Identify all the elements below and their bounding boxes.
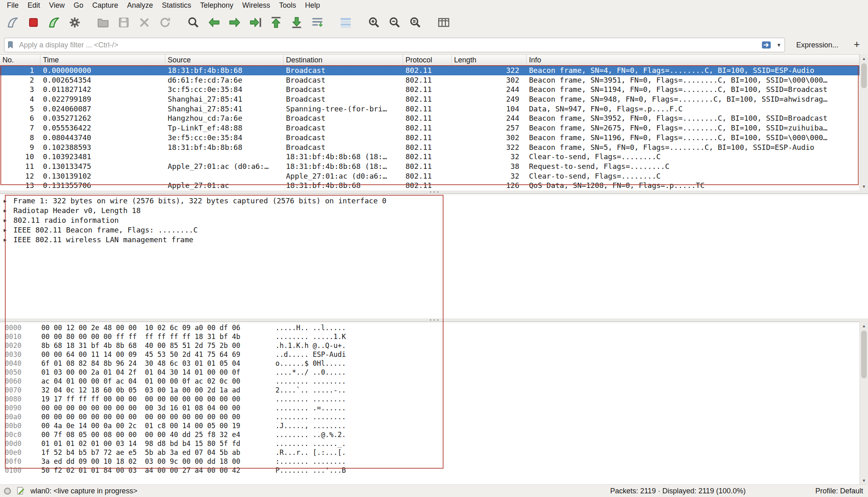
expert-info-icon[interactable] xyxy=(4,488,11,495)
bookmark-icon[interactable] xyxy=(7,41,16,49)
scroll-down-arrow-icon[interactable]: ▼ xyxy=(860,476,868,484)
menu-item-go[interactable]: Go xyxy=(69,0,88,11)
menu-item-help[interactable]: Help xyxy=(301,0,324,11)
zoom-normal-button[interactable] xyxy=(406,14,424,32)
scrollbar-thumb[interactable] xyxy=(861,63,867,88)
hex-row-0000[interactable]: 000000 00 12 00 2e 48 00 00 10 02 6c 09 … xyxy=(0,323,859,332)
menu-item-statistics[interactable]: Statistics xyxy=(158,0,196,11)
hex-row-0010[interactable]: 001000 00 80 00 00 00 ff ff ff ff ff ff … xyxy=(0,332,859,341)
packet-row-10[interactable]: 100.10392348118:31:bf:4b:8b:68 (18:…802.… xyxy=(0,152,859,162)
hex-row-0070[interactable]: 007032 04 0c 12 18 60 0b 05 03 00 1a 00 … xyxy=(0,386,859,395)
expander-triangle-icon[interactable]: ▶ xyxy=(4,196,9,206)
hex-row-00b0[interactable]: 00b000 4a 0e 14 00 0a 00 2c 01 c8 00 14 … xyxy=(0,421,859,430)
hex-row-0040[interactable]: 00406f 01 08 82 84 8b 96 24 30 48 6c 03 … xyxy=(0,359,859,368)
auto-scroll-button[interactable] xyxy=(308,14,326,32)
expander-triangle-icon[interactable]: ▶ xyxy=(4,235,9,245)
menu-item-tools[interactable]: Tools xyxy=(275,0,301,11)
column-header-source[interactable]: Source xyxy=(165,55,284,65)
packet-list-pane: No.TimeSourceDestinationProtocolLengthIn… xyxy=(0,54,859,190)
hex-scrollbar[interactable]: ▲ ▼ xyxy=(859,322,868,484)
column-header-time[interactable]: Time xyxy=(41,55,165,65)
hex-row-00c0[interactable]: 00c000 7f 08 05 00 08 00 00 00 00 40 dd … xyxy=(0,430,859,439)
menu-item-analyze[interactable]: Analyze xyxy=(123,0,158,11)
column-header-destination[interactable]: Destination xyxy=(284,55,403,65)
close-file-button[interactable] xyxy=(135,14,154,32)
detail-item-0[interactable]: ▶Frame 1: 322 bytes on wire (2576 bits),… xyxy=(0,196,868,206)
packet-list-scrollbar[interactable]: ▲ ▼ xyxy=(859,54,868,190)
go-back-button[interactable] xyxy=(205,14,223,32)
hex-row-0020[interactable]: 00208b 68 18 31 bf 4b 8b 68 40 00 85 51 … xyxy=(0,341,859,350)
menu-item-telephony[interactable]: Telephony xyxy=(196,0,238,11)
hex-row-0060[interactable]: 0060ac 04 01 00 00 0f ac 04 01 00 00 0f … xyxy=(0,377,859,386)
hex-row-00d0[interactable]: 00d001 01 01 02 01 00 03 14 98 d8 bd b4 … xyxy=(0,439,859,448)
find-packet-button[interactable] xyxy=(184,14,203,32)
expression-button[interactable]: Expression... xyxy=(793,39,842,51)
go-last-button[interactable] xyxy=(287,14,306,32)
save-file-button[interactable] xyxy=(114,14,133,32)
reload-file-button[interactable] xyxy=(156,14,174,32)
packet-row-11[interactable]: 110.130133475Apple_27:01:ac (d0:a6:…18:3… xyxy=(0,162,859,171)
menu-item-wireless[interactable]: Wireless xyxy=(238,0,275,11)
column-header-info[interactable]: Info xyxy=(527,55,859,65)
hex-row-0030[interactable]: 003000 00 64 00 11 14 00 09 45 53 50 2d … xyxy=(0,350,859,359)
packet-row-12[interactable]: 120.130139102Apple_27:01:ac (d0:a6:…802.… xyxy=(0,171,859,181)
stop-capture-button[interactable] xyxy=(24,14,43,32)
hex-offset: 0080 xyxy=(5,395,23,403)
start-capture-button[interactable] xyxy=(3,14,22,32)
capture-options-button[interactable] xyxy=(65,14,84,32)
scrollbar-thumb[interactable] xyxy=(861,331,867,378)
hex-row-0080[interactable]: 008019 17 ff ff ff 00 00 00 00 00 00 00 … xyxy=(0,395,859,403)
go-first-button[interactable] xyxy=(267,14,285,32)
restart-capture-button[interactable] xyxy=(45,14,63,32)
expander-triangle-icon[interactable]: ▶ xyxy=(4,215,9,225)
resize-columns-button[interactable] xyxy=(434,14,453,32)
profile-text[interactable]: Profile: Default xyxy=(815,487,863,495)
column-header-length[interactable]: Length xyxy=(452,55,527,65)
packet-row-7[interactable]: 70.055536422Tp-LinkT_ef:48:88Broadcast80… xyxy=(0,123,859,133)
hex-row-0100[interactable]: 010050 f2 02 01 01 84 00 03 a4 00 00 27 … xyxy=(0,466,859,475)
packet-row-5[interactable]: 50.024060087Shanghai_27:85:41Spanning-tr… xyxy=(0,104,859,114)
column-header-no[interactable]: No. xyxy=(0,55,41,65)
zoom-in-button[interactable] xyxy=(365,14,383,32)
arrow-up-bar-icon xyxy=(269,16,283,31)
hex-row-0090[interactable]: 009000 00 00 00 00 00 00 00 00 3d 16 01 … xyxy=(0,403,859,412)
pane-splitter-top[interactable] xyxy=(0,190,868,194)
expander-triangle-icon[interactable]: ▶ xyxy=(4,206,9,215)
detail-item-2[interactable]: ▶802.11 radio information xyxy=(0,215,868,225)
column-header-protocol[interactable]: Protocol xyxy=(403,55,452,65)
hex-row-00f0[interactable]: 00f03a ed dd 09 00 10 18 02 03 00 9c 00 … xyxy=(0,457,859,466)
menu-item-file[interactable]: File xyxy=(2,0,23,11)
menu-item-view[interactable]: View xyxy=(45,0,69,11)
packet-row-8[interactable]: 80.0804437403e:f5:cc:0e:35:84Broadcast80… xyxy=(0,133,859,143)
packet-row-3[interactable]: 30.0118271423c:f5:cc:0e:35:84Broadcast80… xyxy=(0,85,859,94)
add-filter-button[interactable]: + xyxy=(850,38,864,52)
scroll-up-arrow-icon[interactable]: ▲ xyxy=(860,54,868,62)
packet-row-2[interactable]: 20.002654354d6:61:fe:cd:7a:6eBroadcast80… xyxy=(0,75,859,85)
scroll-up-arrow-icon[interactable]: ▲ xyxy=(860,322,868,330)
detail-item-3[interactable]: ▶IEEE 802.11 Beacon frame, Flags: ......… xyxy=(0,225,868,235)
hex-row-0050[interactable]: 005001 03 00 00 2a 01 04 2f 01 04 30 14 … xyxy=(0,368,859,377)
go-forward-button[interactable] xyxy=(225,14,244,32)
open-file-button[interactable] xyxy=(94,14,112,32)
pane-splitter-bottom[interactable] xyxy=(0,318,868,322)
menu-item-edit[interactable]: Edit xyxy=(23,0,45,11)
zoom-out-button[interactable] xyxy=(385,14,404,32)
packet-row-1[interactable]: 10.00000000018:31:bf:4b:8b:68Broadcast80… xyxy=(0,66,859,75)
packet-row-9[interactable]: 90.10238859318:31:bf:4b:8b:68Broadcast80… xyxy=(0,143,859,152)
detail-item-1[interactable]: ▶Radiotap Header v0, Length 18 xyxy=(0,206,868,215)
capture-comment-icon[interactable] xyxy=(16,486,26,496)
filter-dropdown-chevron[interactable]: ▾ xyxy=(776,41,782,49)
expander-triangle-icon[interactable]: ▶ xyxy=(4,225,9,235)
packet-row-13[interactable]: 130.131355706Apple_27:01:ac18:31:bf:4b:8… xyxy=(0,181,859,190)
menu-item-capture[interactable]: Capture xyxy=(88,0,123,11)
hex-row-00e0[interactable]: 00e01f 52 b4 b5 b7 72 ae e5 5b ab 3a ed … xyxy=(0,448,859,457)
apply-filter-button[interactable] xyxy=(760,40,772,50)
packet-row-4[interactable]: 40.022799189Shanghai_27:85:41Broadcast80… xyxy=(0,94,859,104)
detail-item-4[interactable]: ▶IEEE 802.11 wireless LAN management fra… xyxy=(0,235,868,245)
display-filter-input[interactable]: Apply a display filter ... <Ctrl-/> ▾ xyxy=(4,38,785,52)
hex-row-00a0[interactable]: 00a000 00 00 00 00 00 00 00 00 00 00 00 … xyxy=(0,412,859,421)
packet-row-6[interactable]: 60.035271262Hangzhou_cd:7a:6eBroadcast80… xyxy=(0,113,859,123)
go-to-packet-button[interactable] xyxy=(246,14,264,32)
scroll-down-arrow-icon[interactable]: ▼ xyxy=(860,182,868,190)
colorize-button[interactable] xyxy=(336,14,355,32)
